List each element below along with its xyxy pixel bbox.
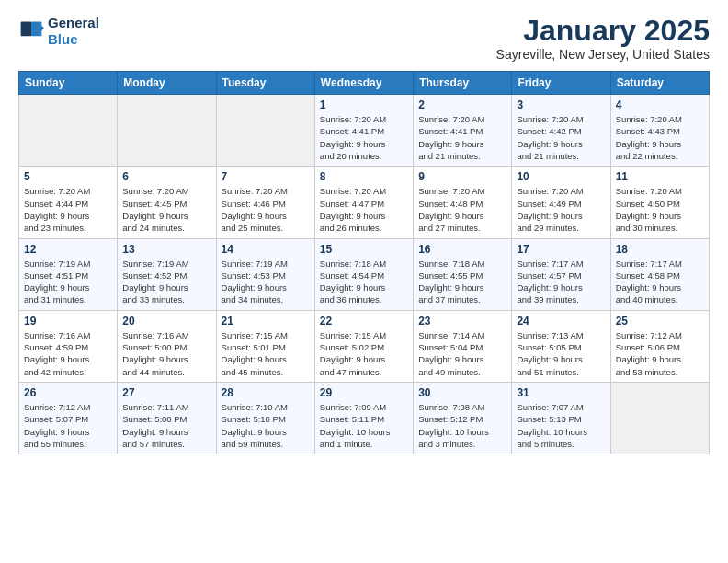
day-number: 13 — [122, 243, 210, 256]
day-number: 20 — [122, 315, 210, 327]
day-number: 14 — [222, 243, 310, 256]
day-info: Sunrise: 7:10 AM Sunset: 5:10 PM Dayligh… — [222, 401, 310, 450]
day-number: 21 — [222, 315, 310, 327]
calendar-cell: 11Sunrise: 7:20 AM Sunset: 4:50 PM Dayli… — [610, 167, 709, 238]
day-info: Sunrise: 7:07 AM Sunset: 5:13 PM Dayligh… — [517, 401, 605, 450]
calendar-cell: 30Sunrise: 7:08 AM Sunset: 5:12 PM Dayli… — [414, 382, 512, 454]
calendar-day-header: Saturday — [610, 72, 709, 95]
calendar-day-header: Sunday — [19, 72, 118, 95]
day-number: 29 — [320, 386, 408, 399]
day-info: Sunrise: 7:20 AM Sunset: 4:41 PM Dayligh… — [418, 113, 506, 162]
day-number: 22 — [320, 315, 408, 327]
day-number: 1 — [320, 98, 408, 111]
day-number: 27 — [122, 386, 210, 399]
day-info: Sunrise: 7:18 AM Sunset: 4:54 PM Dayligh… — [320, 258, 408, 306]
calendar-cell: 19Sunrise: 7:16 AM Sunset: 4:59 PM Dayli… — [19, 310, 118, 382]
calendar-cell: 3Sunrise: 7:20 AM Sunset: 4:42 PM Daylig… — [512, 95, 610, 167]
day-number: 7 — [222, 170, 310, 183]
day-info: Sunrise: 7:20 AM Sunset: 4:43 PM Dayligh… — [616, 113, 704, 162]
day-number: 17 — [517, 243, 605, 256]
calendar-week-row: 5Sunrise: 7:20 AM Sunset: 4:44 PM Daylig… — [19, 167, 710, 238]
calendar-day-header: Friday — [512, 72, 610, 95]
day-number: 28 — [222, 386, 310, 399]
day-info: Sunrise: 7:19 AM Sunset: 4:51 PM Dayligh… — [24, 258, 112, 306]
calendar-cell — [118, 95, 216, 167]
day-info: Sunrise: 7:11 AM Sunset: 5:08 PM Dayligh… — [122, 401, 210, 450]
calendar-cell: 20Sunrise: 7:16 AM Sunset: 5:00 PM Dayli… — [118, 310, 216, 382]
day-number: 31 — [517, 386, 605, 399]
calendar-cell: 12Sunrise: 7:19 AM Sunset: 4:51 PM Dayli… — [19, 238, 118, 310]
day-number: 8 — [320, 170, 408, 183]
calendar-cell: 2Sunrise: 7:20 AM Sunset: 4:41 PM Daylig… — [414, 95, 512, 167]
calendar-week-row: 26Sunrise: 7:12 AM Sunset: 5:07 PM Dayli… — [19, 382, 710, 454]
day-info: Sunrise: 7:15 AM Sunset: 5:01 PM Dayligh… — [222, 329, 310, 378]
day-info: Sunrise: 7:20 AM Sunset: 4:42 PM Dayligh… — [517, 113, 605, 162]
day-number: 24 — [517, 315, 605, 327]
day-info: Sunrise: 7:17 AM Sunset: 4:57 PM Dayligh… — [517, 258, 605, 306]
day-number: 25 — [616, 315, 704, 327]
day-info: Sunrise: 7:18 AM Sunset: 4:55 PM Dayligh… — [418, 258, 506, 306]
calendar-cell: 17Sunrise: 7:17 AM Sunset: 4:57 PM Dayli… — [512, 238, 610, 310]
day-number: 3 — [517, 98, 605, 111]
calendar-cell: 7Sunrise: 7:20 AM Sunset: 4:46 PM Daylig… — [216, 167, 314, 238]
calendar-week-row: 1Sunrise: 7:20 AM Sunset: 4:41 PM Daylig… — [19, 95, 710, 167]
calendar-cell: 13Sunrise: 7:19 AM Sunset: 4:52 PM Dayli… — [118, 238, 216, 310]
calendar-cell: 27Sunrise: 7:11 AM Sunset: 5:08 PM Dayli… — [118, 382, 216, 454]
calendar-cell: 16Sunrise: 7:18 AM Sunset: 4:55 PM Dayli… — [414, 238, 512, 310]
calendar-day-header: Tuesday — [216, 72, 314, 95]
day-number: 11 — [616, 170, 704, 183]
day-info: Sunrise: 7:08 AM Sunset: 5:12 PM Dayligh… — [418, 401, 506, 450]
day-info: Sunrise: 7:20 AM Sunset: 4:49 PM Dayligh… — [517, 185, 605, 234]
calendar-cell: 21Sunrise: 7:15 AM Sunset: 5:01 PM Dayli… — [216, 310, 314, 382]
calendar-cell: 9Sunrise: 7:20 AM Sunset: 4:48 PM Daylig… — [414, 167, 512, 238]
calendar-cell: 29Sunrise: 7:09 AM Sunset: 5:11 PM Dayli… — [314, 382, 413, 454]
calendar-cell — [19, 95, 118, 167]
day-info: Sunrise: 7:20 AM Sunset: 4:41 PM Dayligh… — [320, 113, 408, 162]
day-number: 10 — [517, 170, 605, 183]
day-number: 9 — [418, 170, 506, 183]
day-info: Sunrise: 7:09 AM Sunset: 5:11 PM Dayligh… — [320, 401, 408, 450]
calendar-cell: 31Sunrise: 7:07 AM Sunset: 5:13 PM Dayli… — [512, 382, 610, 454]
day-info: Sunrise: 7:20 AM Sunset: 4:50 PM Dayligh… — [616, 185, 704, 234]
calendar-cell: 24Sunrise: 7:13 AM Sunset: 5:05 PM Dayli… — [512, 310, 610, 382]
calendar-header-row: SundayMondayTuesdayWednesdayThursdayFrid… — [19, 72, 710, 95]
logo: General Blue — [18, 15, 99, 48]
day-number: 16 — [418, 243, 506, 256]
location: Sayreville, New Jersey, United States — [496, 47, 710, 62]
day-info: Sunrise: 7:16 AM Sunset: 4:59 PM Dayligh… — [24, 329, 112, 378]
day-number: 6 — [122, 170, 210, 183]
calendar-cell: 22Sunrise: 7:15 AM Sunset: 5:02 PM Dayli… — [314, 310, 413, 382]
day-info: Sunrise: 7:13 AM Sunset: 5:05 PM Dayligh… — [517, 329, 605, 378]
header: General Blue January 2025 Sayreville, Ne… — [18, 15, 710, 62]
title-block: January 2025 Sayreville, New Jersey, Uni… — [496, 15, 710, 62]
calendar-cell: 10Sunrise: 7:20 AM Sunset: 4:49 PM Dayli… — [512, 167, 610, 238]
day-number: 23 — [418, 315, 506, 327]
day-info: Sunrise: 7:15 AM Sunset: 5:02 PM Dayligh… — [320, 329, 408, 378]
calendar-cell — [216, 95, 314, 167]
day-number: 19 — [24, 315, 112, 327]
calendar-week-row: 12Sunrise: 7:19 AM Sunset: 4:51 PM Dayli… — [19, 238, 710, 310]
day-number: 18 — [616, 243, 704, 256]
day-number: 12 — [24, 243, 112, 256]
calendar-cell: 15Sunrise: 7:18 AM Sunset: 4:54 PM Dayli… — [314, 238, 413, 310]
calendar-cell: 8Sunrise: 7:20 AM Sunset: 4:47 PM Daylig… — [314, 167, 413, 238]
calendar-week-row: 19Sunrise: 7:16 AM Sunset: 4:59 PM Dayli… — [19, 310, 710, 382]
day-number: 30 — [418, 386, 506, 399]
day-number: 5 — [24, 170, 112, 183]
calendar-cell: 14Sunrise: 7:19 AM Sunset: 4:53 PM Dayli… — [216, 238, 314, 310]
calendar-cell: 28Sunrise: 7:10 AM Sunset: 5:10 PM Dayli… — [216, 382, 314, 454]
day-info: Sunrise: 7:17 AM Sunset: 4:58 PM Dayligh… — [616, 258, 704, 306]
day-number: 2 — [418, 98, 506, 111]
calendar-cell: 25Sunrise: 7:12 AM Sunset: 5:06 PM Dayli… — [610, 310, 709, 382]
day-info: Sunrise: 7:20 AM Sunset: 4:46 PM Dayligh… — [222, 185, 310, 234]
day-info: Sunrise: 7:19 AM Sunset: 4:52 PM Dayligh… — [122, 258, 210, 306]
day-info: Sunrise: 7:20 AM Sunset: 4:47 PM Dayligh… — [320, 185, 408, 234]
logo-line2: Blue — [48, 31, 99, 48]
day-info: Sunrise: 7:20 AM Sunset: 4:44 PM Dayligh… — [24, 185, 112, 234]
day-info: Sunrise: 7:12 AM Sunset: 5:06 PM Dayligh… — [616, 329, 704, 378]
calendar-day-header: Thursday — [414, 72, 512, 95]
day-number: 15 — [320, 243, 408, 256]
calendar-day-header: Wednesday — [314, 72, 413, 95]
day-number: 4 — [616, 98, 704, 111]
calendar-cell: 23Sunrise: 7:14 AM Sunset: 5:04 PM Dayli… — [414, 310, 512, 382]
